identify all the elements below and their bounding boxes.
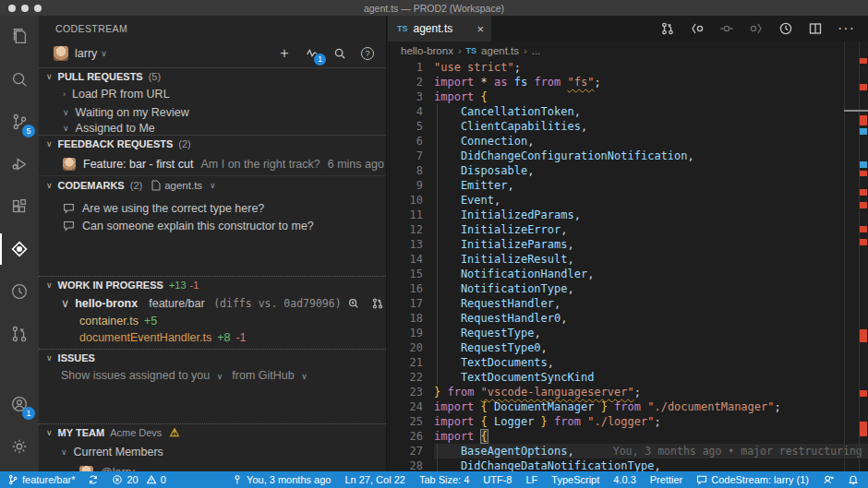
chevron-down-icon: ∨ xyxy=(61,447,67,457)
accounts-icon[interactable]: 1 xyxy=(0,383,39,425)
close-tab-icon[interactable]: × xyxy=(476,22,484,36)
problems-status[interactable]: 20 0 xyxy=(112,474,165,485)
breadcrumb[interactable]: hello-bronx › TS agent.ts › ... xyxy=(388,42,868,60)
feedback-smiley-icon[interactable] xyxy=(823,474,834,485)
history-icon[interactable] xyxy=(0,270,39,313)
section-pull-requests[interactable]: ∨ PULL REQUESTS (5) xyxy=(39,67,386,85)
code-line[interactable]: import { Logger } from "./logger"; xyxy=(434,414,857,429)
formatter[interactable]: Prettier xyxy=(650,474,682,485)
code-line[interactable]: NotificationType, xyxy=(434,281,857,296)
ruler-marker xyxy=(860,202,867,208)
search-icon[interactable] xyxy=(332,46,347,61)
wip-file-row[interactable]: container.ts +5 xyxy=(39,313,386,329)
code-line[interactable]: ClientCapabilities, xyxy=(434,119,857,134)
code-lines: "use strict";import * as fs from "fs";im… xyxy=(434,60,857,473)
codemark-item[interactable]: Are we using the correct type here? xyxy=(39,199,386,217)
code-line[interactable]: RequestType0, xyxy=(434,340,857,355)
code-line[interactable]: import { xyxy=(434,89,857,104)
settings-gear-icon[interactable] xyxy=(0,425,39,468)
codemark-item[interactable]: Can someone explain this constructor to … xyxy=(39,217,386,234)
prev-change-icon[interactable] xyxy=(690,21,705,36)
code-line[interactable]: RequestHandler0, xyxy=(434,311,857,326)
team-member-row[interactable]: @larry xyxy=(39,463,386,471)
wip-repo-row[interactable]: ∨ hello-bronx feature/bar (diffs vs. 0ad… xyxy=(39,293,386,313)
wip-file-row[interactable]: documentEventHandler.ts +8 -1 xyxy=(39,329,386,346)
feedback-request-icon[interactable]: 1 xyxy=(305,46,319,61)
feedback-request-item[interactable]: Feature: bar - first cut Am I on the rig… xyxy=(39,152,386,176)
comment-icon xyxy=(63,220,75,232)
timeline-icon[interactable] xyxy=(778,21,793,36)
code-line[interactable]: InitializeResult, xyxy=(434,252,857,267)
change-icon[interactable] xyxy=(719,21,734,36)
section-label: FEEDBACK REQUESTS xyxy=(58,138,174,149)
code-line[interactable]: CancellationToken, xyxy=(434,104,857,119)
issues-source-filter[interactable]: from GitHub ∨ xyxy=(232,369,307,382)
section-feedback-requests[interactable]: ∨ FEEDBACK REQUESTS (2) xyxy=(39,135,386,152)
issues-assigned-filter[interactable]: Show issues assigned to you ∨ xyxy=(61,369,223,382)
code-line[interactable]: TextDocuments, xyxy=(434,355,857,370)
section-my-team[interactable]: ∨ MY TEAM Acme Devs ⚠ xyxy=(39,423,386,441)
overview-ruler[interactable] xyxy=(859,42,868,471)
code-line[interactable]: Emitter, xyxy=(434,178,857,193)
user-menu[interactable]: larry xyxy=(75,47,97,60)
pull-requests-icon[interactable] xyxy=(0,313,39,355)
codemarks-file-filter[interactable]: agent.ts ∨ xyxy=(151,180,216,191)
section-count: (5) xyxy=(149,71,161,82)
code-line[interactable]: Disposable, xyxy=(434,163,857,178)
code-line[interactable]: InitializeError, xyxy=(434,222,857,237)
review-diffs-icon[interactable] xyxy=(347,297,360,310)
code-line[interactable]: DidChangeConfigurationNotification, xyxy=(434,149,857,163)
section-work-in-progress[interactable]: ∨ WORK IN PROGRESS +13 -1 xyxy=(39,276,386,293)
warning-icon[interactable]: ⚠ xyxy=(169,426,179,439)
eol[interactable]: LF xyxy=(525,474,537,485)
code-editor[interactable]: 1234567891011121314151617181920212223242… xyxy=(388,60,868,471)
help-icon[interactable]: ? xyxy=(360,46,375,61)
run-debug-icon[interactable] xyxy=(0,143,39,185)
code-line[interactable]: NotificationHandler, xyxy=(434,267,857,281)
code-line[interactable]: } from "vscode-languageserver"; xyxy=(434,385,857,399)
tab-agent-ts[interactable]: TS agent.ts × xyxy=(388,16,491,42)
codestream-icon[interactable] xyxy=(0,228,39,270)
tab-size[interactable]: Tab Size: 4 xyxy=(419,474,469,485)
code-line[interactable]: RequestHandler, xyxy=(434,296,857,311)
section-label: WORK IN PROGRESS xyxy=(58,280,163,291)
pr-item-waiting[interactable]: ∨ Waiting on my Review xyxy=(39,103,386,122)
pr-item-assigned[interactable]: ∨ Assigned to Me xyxy=(39,122,386,135)
pr-item-load-url[interactable]: › Load PR from URL xyxy=(39,85,386,103)
ts-version[interactable]: 4.0.3 xyxy=(613,474,635,485)
team-group-row[interactable]: ∨ Current Members xyxy=(39,441,386,463)
code-line[interactable]: BaseAgentOptions,You, 3 months ago • maj… xyxy=(434,444,868,458)
notifications-bell-icon[interactable] xyxy=(848,474,859,485)
section-codemarks[interactable]: ∨ CODEMARKS (2) agent.ts ∨ xyxy=(39,176,386,194)
blame-status[interactable]: You, 3 months ago xyxy=(232,474,331,485)
explorer-icon[interactable] xyxy=(0,16,39,58)
search-icon[interactable] xyxy=(0,58,39,101)
extensions-icon[interactable] xyxy=(0,185,39,228)
source-control-icon[interactable]: 5 xyxy=(0,101,39,143)
next-change-icon[interactable] xyxy=(749,21,764,36)
branch-status[interactable]: feature/bar* xyxy=(7,474,75,485)
code-line[interactable]: InitializedParams, xyxy=(434,208,857,222)
code-line[interactable]: Event, xyxy=(434,193,857,208)
code-line[interactable]: RequestType, xyxy=(434,326,857,340)
code-line[interactable]: TextDocumentSyncKind xyxy=(434,370,857,385)
code-line[interactable]: InitializeParams, xyxy=(434,237,857,252)
code-line[interactable]: Connection, xyxy=(434,134,857,149)
code-line[interactable]: "use strict"; xyxy=(434,60,857,75)
ruler-marker xyxy=(860,390,867,397)
code-line[interactable]: import * as fs from "fs"; xyxy=(434,75,857,89)
codestream-status[interactable]: CodeStream: larry (1) xyxy=(696,474,809,485)
section-issues[interactable]: ∨ ISSUES xyxy=(39,349,386,366)
split-editor-icon[interactable] xyxy=(808,21,823,36)
code-line[interactable]: import { xyxy=(434,429,857,444)
more-actions-icon[interactable]: ··· xyxy=(838,20,855,37)
code-line[interactable]: import { DocumentManager } from "./docum… xyxy=(434,399,857,414)
language-mode[interactable]: TypeScript xyxy=(551,474,599,485)
encoding[interactable]: UTF-8 xyxy=(483,474,512,485)
sync-icon[interactable] xyxy=(88,474,99,485)
pull-request-action-icon[interactable] xyxy=(660,21,675,36)
add-button[interactable]: + xyxy=(277,46,292,61)
open-pr-icon[interactable] xyxy=(371,297,384,310)
cursor-position[interactable]: Ln 27, Col 22 xyxy=(344,474,404,485)
section-count: (2) xyxy=(130,180,142,191)
